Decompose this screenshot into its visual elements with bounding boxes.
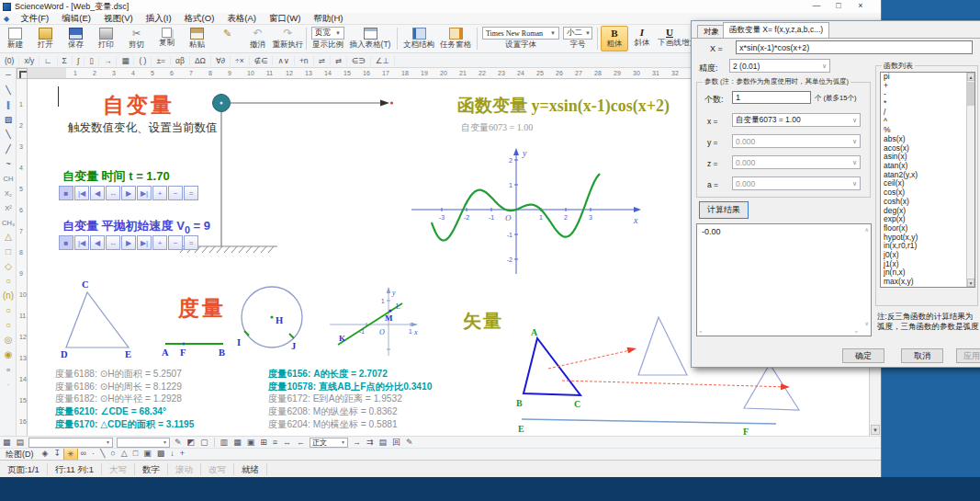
fit-width-icon[interactable]: ↔ (280, 437, 294, 448)
function-list-item[interactable]: * (881, 99, 974, 108)
player-button[interactable]: + (152, 235, 167, 250)
redo-button[interactable]: 重新执行 (273, 28, 303, 51)
player-button[interactable]: = (184, 186, 198, 200)
result-box[interactable]: -0.00 ∧ ∨ < > (696, 223, 872, 336)
format-painter-button[interactable] (212, 28, 242, 51)
menu-item[interactable]: 插入(I) (140, 13, 178, 25)
tab-object[interactable]: 对象 (697, 25, 726, 38)
math-symbol-button[interactable]: ⇄ (331, 56, 347, 65)
line-tool-icon[interactable]: ╲ (97, 448, 107, 460)
menu-item[interactable]: 编辑(E) (55, 13, 97, 25)
measurement-item[interactable]: 度量6172: E到A的距离 = 1.9532 (268, 393, 432, 405)
function-list-item[interactable]: ^ (881, 118, 974, 127)
minimize-button[interactable]: — (805, 0, 828, 12)
count-input[interactable] (732, 91, 811, 104)
menu-item[interactable]: 格式(O) (178, 13, 221, 25)
triangle-abc[interactable] (524, 338, 580, 395)
menu-item[interactable]: 表格(A) (220, 13, 263, 25)
player-button[interactable]: ▶ (121, 186, 136, 200)
param-value-select[interactable]: 0.000∨ (732, 176, 861, 190)
pentagon-ring-icon[interactable]: ◇ (0, 259, 17, 274)
math-symbol-button[interactable]: ∉∈ (250, 56, 274, 65)
left-arrow-icon[interactable]: ← (294, 437, 308, 448)
triangle-tool-icon[interactable]: △ (118, 448, 130, 460)
function-list-item[interactable]: - (881, 90, 974, 99)
cyclobutane-icon[interactable]: □ (0, 245, 17, 259)
more-icon[interactable]: · (0, 377, 17, 392)
math-symbol-button[interactable]: x/y (19, 56, 39, 65)
math-symbol-button[interactable]: ( ) (134, 56, 152, 65)
template-icon[interactable]: ¤ (0, 362, 17, 377)
table-grid-alt-icon[interactable]: ▦ (231, 437, 244, 448)
ok-button[interactable]: 确定 (842, 348, 884, 363)
math-symbol-button[interactable]: ÷× (231, 56, 250, 65)
measurement-item[interactable]: 度量6182: ⊙H的半径 = 1.2928 (55, 393, 194, 405)
border-style-icon[interactable]: ▢ (197, 437, 211, 448)
wavy-bond-icon[interactable]: ~ (0, 156, 17, 171)
save-button[interactable]: 保存 (61, 28, 91, 51)
measurement-item[interactable]: 度量6204: M的横坐标 = 0.5881 (268, 418, 432, 431)
player-button[interactable]: = (184, 235, 198, 250)
math-symbol-button[interactable]: ∠⊥ (371, 56, 395, 65)
triangle-cde[interactable] (66, 292, 129, 347)
paragraph-style-combo[interactable]: 正文▼ (310, 438, 348, 448)
subscript-icon[interactable]: X₂ (0, 186, 17, 200)
copy-button[interactable]: 复制 (152, 28, 182, 51)
symbol-combo[interactable]: ▼ (117, 438, 170, 448)
superscript-icon[interactable]: X² (0, 200, 17, 215)
point-tool-icon[interactable]: · (89, 448, 97, 460)
single-bond-icon[interactable]: ╲ (0, 83, 17, 97)
measurement-item[interactable]: 度量6186: ⊙H的周长 = 8.1229 (55, 381, 194, 393)
print-button[interactable]: 打印 (91, 28, 121, 51)
segment-ef[interactable] (522, 419, 776, 424)
menu-item[interactable]: 文件(F) (14, 13, 55, 25)
insert-table-button[interactable]: 插入表格(T) (346, 28, 394, 51)
wedge-bond-icon[interactable]: ╱ (0, 142, 17, 156)
tab-selector[interactable] (17, 68, 28, 79)
font-family-select[interactable]: Times New Roman▼ 设置字体 (482, 27, 559, 51)
function-list-item[interactable]: / (881, 108, 974, 118)
methyl-icon[interactable]: CH₃ (0, 215, 17, 230)
split-cells-icon[interactable]: ⊞ (257, 437, 270, 448)
import-icon[interactable]: ↓ (167, 448, 177, 460)
player-button[interactable]: ↔ (106, 186, 120, 200)
player-button[interactable]: ▶| (137, 235, 152, 250)
underline-button[interactable]: U 下画线 (656, 26, 683, 51)
dashed-line-icon[interactable]: ┄ (0, 68, 17, 83)
math-symbol-button[interactable]: (0) (0, 56, 19, 65)
font-size-select[interactable]: 小二▼ 字号 (563, 27, 592, 51)
measurement-item[interactable]: 度量6156: A的长度 = 2.7072 (268, 368, 432, 381)
function-list-item[interactable]: + (881, 82, 974, 91)
ink-icon[interactable]: ✎ (403, 437, 416, 448)
table-properties-icon[interactable]: ▦ (0, 437, 14, 448)
ellipse-tool-icon[interactable]: ○ (107, 448, 118, 460)
param-value-select[interactable]: 0.000∨ (732, 134, 861, 148)
math-symbol-button[interactable]: ∈∋ (347, 56, 371, 65)
line-kl[interactable] (338, 303, 402, 345)
math-symbol-button[interactable]: ∧∨ (273, 56, 294, 65)
triangle-copy-2[interactable] (744, 364, 799, 410)
new-button[interactable]: 新建 (0, 28, 30, 51)
vector-arrow-1[interactable] (548, 350, 630, 369)
math-symbol-button[interactable]: ±= (152, 56, 171, 65)
player-button[interactable]: ↔ (106, 235, 120, 250)
math-symbol-button[interactable]: αβ (171, 56, 190, 65)
mini-plot[interactable]: y x O 1 1 -1 K M L (326, 286, 420, 361)
hatch-bond-icon[interactable]: ▨ (0, 112, 17, 127)
function-list-item[interactable]: pi (881, 73, 974, 82)
triangle-copy-1[interactable] (638, 317, 687, 375)
group-icon[interactable]: ◈ (39, 448, 51, 460)
math-symbol-button[interactable]: ⇌ (314, 56, 331, 65)
math-symbol-button[interactable]: ∟ (39, 56, 57, 65)
player-button[interactable]: ▶ (121, 235, 136, 250)
fill-color-icon[interactable]: ◩ (185, 437, 198, 448)
function-list-item[interactable]: max(x,y) (881, 278, 974, 287)
math-symbol-button[interactable]: ∫ (73, 56, 84, 65)
point-marker-icon[interactable]: + (177, 448, 187, 460)
frame-icon[interactable]: 回 (389, 437, 403, 448)
player-button[interactable]: − (168, 235, 183, 250)
double-forward-icon[interactable]: ⇉ (364, 437, 377, 448)
ch-group-icon[interactable]: CH (0, 171, 17, 186)
menu-item[interactable]: 帮助(H) (307, 13, 349, 25)
texture-tool-icon[interactable]: ▩ (154, 448, 168, 460)
